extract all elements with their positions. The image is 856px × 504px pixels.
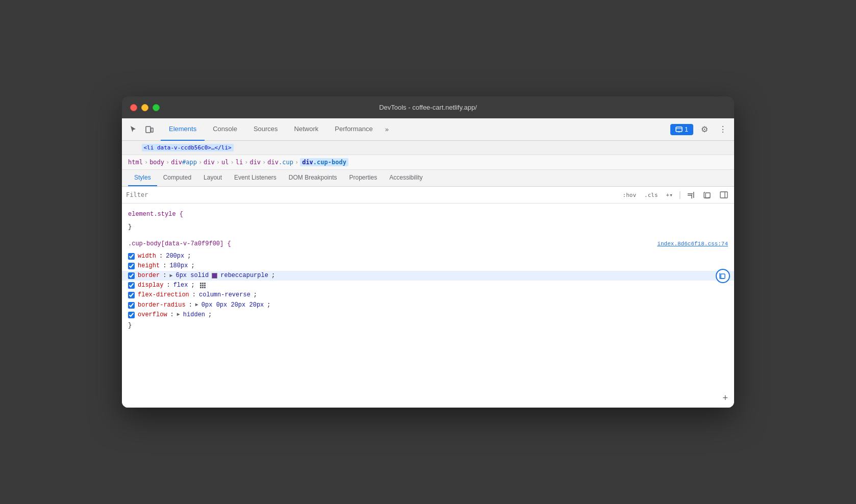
tab-sources[interactable]: Sources bbox=[245, 118, 286, 141]
border-color-swatch[interactable] bbox=[212, 273, 217, 279]
prop-overflow-value[interactable]: hidden bbox=[183, 310, 205, 320]
prop-bradius-row: border-radius : ▶ 0px 0px 20px 20px ; bbox=[122, 300, 734, 310]
prop-width-name: width bbox=[138, 251, 156, 261]
new-rule-icon bbox=[687, 191, 695, 199]
prop-height-value[interactable]: 180px bbox=[169, 261, 188, 271]
cls-btn[interactable]: .cls bbox=[642, 191, 660, 199]
svg-rect-7 bbox=[691, 194, 692, 198]
more-options-btn[interactable]: ⋮ bbox=[716, 122, 730, 137]
settings-btn[interactable]: ⚙ bbox=[697, 122, 712, 137]
filter-input[interactable] bbox=[126, 191, 621, 198]
minimize-button[interactable] bbox=[141, 104, 148, 111]
tab-properties[interactable]: Properties bbox=[343, 170, 384, 186]
prop-bradius-value[interactable]: 0px 0px 20px 20px bbox=[202, 300, 264, 310]
issues-badge-btn[interactable]: 1 bbox=[670, 124, 693, 135]
tab-console[interactable]: Console bbox=[205, 118, 245, 141]
css-source-link[interactable]: index.8d6c6f18.css:74 bbox=[657, 240, 728, 249]
titlebar: DevTools - coffee-cart.netlify.app/ bbox=[122, 96, 734, 118]
prop-width-value[interactable]: 200px bbox=[166, 251, 184, 261]
prop-bradius-name: border-radius bbox=[138, 300, 186, 310]
prop-border-checkbox[interactable] bbox=[128, 272, 135, 279]
dom-selected-node: <li data-v-ccdb56c0>…</li> bbox=[122, 141, 734, 155]
tab-accessibility[interactable]: Accessibility bbox=[383, 170, 429, 186]
svg-rect-9 bbox=[720, 192, 727, 198]
prop-flexdir-row: flex-direction : column-reverse ; bbox=[122, 290, 734, 300]
tab-event-listeners[interactable]: Event Listeners bbox=[228, 170, 283, 186]
prop-display-row: display : flex ; bbox=[122, 281, 734, 290]
element-style-rule: element.style { bbox=[122, 208, 734, 221]
prop-height-checkbox[interactable] bbox=[128, 263, 135, 269]
rule-spacer bbox=[122, 233, 734, 237]
tab-network[interactable]: Network bbox=[286, 118, 327, 141]
svg-rect-8 bbox=[706, 193, 710, 198]
panel-tabs: Styles Computed Layout Event Listeners D… bbox=[122, 170, 734, 187]
prop-display-name: display bbox=[138, 281, 163, 290]
tab-elements[interactable]: Elements bbox=[161, 118, 205, 141]
tab-computed[interactable]: Computed bbox=[157, 170, 197, 186]
add-style-btn[interactable]: +▾ bbox=[664, 191, 675, 199]
breadcrumb-div[interactable]: div bbox=[204, 159, 215, 166]
breadcrumb-body[interactable]: body bbox=[149, 159, 164, 166]
breadcrumb-nav: html › body › div#app › div › ul › li › … bbox=[122, 155, 734, 170]
close-button[interactable] bbox=[130, 104, 137, 111]
breadcrumb-li[interactable]: li bbox=[236, 159, 243, 166]
prop-overflow-row: overflow : ▶ hidden ; bbox=[122, 310, 734, 320]
cursor-icon bbox=[129, 125, 137, 134]
breadcrumb-ul[interactable]: ul bbox=[221, 159, 229, 166]
prop-height-name: height bbox=[138, 261, 160, 271]
tab-performance[interactable]: Performance bbox=[326, 118, 381, 141]
devtools-window: DevTools - coffee-cart.netlify.app/ bbox=[122, 96, 734, 408]
prop-display-value[interactable]: flex bbox=[173, 281, 188, 290]
prop-flexdir-value[interactable]: column-reverse bbox=[199, 290, 250, 300]
new-style-rule-btn[interactable] bbox=[685, 189, 697, 201]
prop-border-name: border bbox=[138, 271, 160, 281]
dom-selected-code[interactable]: <li data-v-ccdb56c0>…</li> bbox=[142, 144, 234, 152]
prop-overflow-checkbox[interactable] bbox=[128, 312, 135, 318]
svg-rect-5 bbox=[688, 195, 692, 196]
breadcrumb-divcup[interactable]: div.cup bbox=[267, 159, 293, 166]
prop-border-color[interactable]: rebeccapurple bbox=[220, 271, 268, 281]
prop-display-checkbox[interactable] bbox=[128, 282, 135, 289]
cursor-icon-btn[interactable] bbox=[126, 122, 140, 137]
svg-rect-1 bbox=[151, 128, 153, 132]
toggle-sidebar-btn[interactable] bbox=[718, 189, 730, 201]
border-expand-arrow[interactable]: ▶ bbox=[169, 272, 172, 280]
css-panel: element.style { } .cup-body[data-v-7a0f9… bbox=[122, 204, 734, 408]
overflow-expand-arrow[interactable]: ▶ bbox=[177, 311, 180, 319]
dom-ellipsis bbox=[128, 144, 142, 151]
breadcrumb-divcupbody[interactable]: div.cup-body bbox=[300, 158, 348, 166]
prop-border-value[interactable]: 6px solid bbox=[175, 271, 209, 281]
tab-layout[interactable]: Layout bbox=[197, 170, 228, 186]
filter-actions: :hov .cls +▾ | bbox=[621, 189, 730, 201]
cup-body-rule-header: .cup-body[data-v-7a0f9f00] { index.8d6c6… bbox=[122, 237, 734, 251]
bradius-expand-arrow[interactable]: ▶ bbox=[195, 301, 198, 309]
element-style-closing: } bbox=[122, 221, 734, 233]
traffic-lights bbox=[130, 104, 160, 111]
main-tabs: Elements Console Sources Network Perform… bbox=[161, 118, 670, 141]
element-style-selector: element.style { bbox=[128, 211, 183, 218]
filter-bar: :hov .cls +▾ | bbox=[122, 187, 734, 204]
maximize-button[interactable] bbox=[153, 104, 160, 111]
prop-bradius-checkbox[interactable] bbox=[128, 302, 135, 309]
toolbar-icons bbox=[126, 122, 157, 137]
hov-btn[interactable]: :hov bbox=[621, 191, 639, 199]
prop-overflow-name: overflow bbox=[138, 310, 167, 320]
copy-property-icon bbox=[719, 272, 726, 280]
svg-rect-4 bbox=[688, 193, 693, 194]
prop-width-checkbox[interactable] bbox=[128, 253, 135, 260]
tab-dom-breakpoints[interactable]: DOM Breakpoints bbox=[283, 170, 343, 186]
toolbar-right: 1 ⚙ ⋮ bbox=[670, 122, 730, 137]
prop-height-row: height : 180px ; bbox=[122, 261, 734, 271]
copy-style-btn[interactable] bbox=[701, 189, 714, 201]
device-toggle-btn[interactable] bbox=[142, 122, 157, 137]
breadcrumb-div2[interactable]: div bbox=[249, 159, 261, 166]
breadcrumb-divapp[interactable]: div#app bbox=[171, 159, 197, 166]
breadcrumb-html[interactable]: html bbox=[128, 159, 143, 166]
flex-grid-icon[interactable] bbox=[200, 283, 206, 288]
prop-flexdir-checkbox[interactable] bbox=[128, 292, 135, 298]
more-tabs-btn[interactable]: » bbox=[381, 118, 393, 141]
add-rule-btn[interactable]: + bbox=[722, 393, 728, 404]
cup-body-selector: .cup-body[data-v-7a0f9f00] { bbox=[128, 239, 231, 249]
tab-styles[interactable]: Styles bbox=[128, 170, 157, 186]
prop-width-row: width : 200px ; bbox=[122, 251, 734, 261]
